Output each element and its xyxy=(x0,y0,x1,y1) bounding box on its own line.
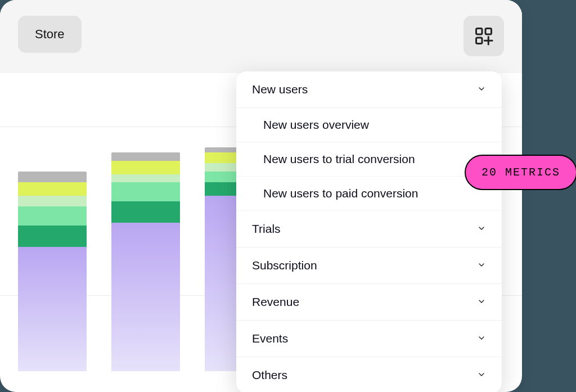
badge-text: 20 METRICS xyxy=(482,166,560,179)
chart-bar xyxy=(18,172,87,371)
chevron-down-icon xyxy=(477,222,486,236)
bar-segment xyxy=(18,182,87,196)
dropdown-section-label: Revenue xyxy=(252,295,299,309)
dropdown-section-label: Trials xyxy=(252,222,281,236)
svg-rect-1 xyxy=(485,29,492,35)
bar-segment xyxy=(111,201,180,223)
dropdown-section-label: New users xyxy=(252,83,308,96)
dropdown-section[interactable]: New users xyxy=(236,71,502,108)
chevron-down-icon xyxy=(477,83,486,96)
bar-segment xyxy=(111,182,180,201)
chart-bar xyxy=(111,152,180,371)
dropdown-section-label: Events xyxy=(252,332,288,345)
dropdown-section[interactable]: Events xyxy=(236,321,502,357)
dropdown-item[interactable]: New users overview xyxy=(236,108,502,142)
bar-segment xyxy=(111,223,180,371)
dropdown-section[interactable]: Revenue xyxy=(236,284,502,321)
dropdown-item-label: New users overview xyxy=(263,118,369,131)
card-header: Store xyxy=(0,0,522,73)
dropdown-item[interactable]: New users to trial conversion xyxy=(236,142,502,177)
dropdown-item[interactable]: New users to paid conversion xyxy=(236,177,502,211)
dropdown-section[interactable]: Subscription xyxy=(236,247,502,284)
chevron-down-icon xyxy=(477,259,486,272)
bar-segment xyxy=(18,247,87,371)
bar-segment xyxy=(111,152,180,160)
metrics-count-badge: 20 METRICS xyxy=(465,155,576,190)
bar-segment xyxy=(111,174,180,182)
store-button[interactable]: Store xyxy=(18,16,82,53)
dropdown-section-label: Others xyxy=(252,368,287,382)
bar-segment xyxy=(18,172,87,182)
bar-group xyxy=(18,101,273,371)
bar-segment xyxy=(18,206,87,226)
store-button-label: Store xyxy=(35,27,65,41)
dropdown-section-label: Subscription xyxy=(252,259,317,272)
add-widget-button[interactable] xyxy=(464,16,504,56)
dropdown-section[interactable]: Trials xyxy=(236,211,502,247)
bar-segment xyxy=(111,161,180,174)
chevron-down-icon xyxy=(477,368,486,382)
bar-segment xyxy=(18,196,87,206)
dropdown-item-label: New users to trial conversion xyxy=(263,152,415,165)
metrics-dropdown: New usersNew users overviewNew users to … xyxy=(236,71,502,392)
chevron-down-icon xyxy=(477,332,486,345)
svg-rect-0 xyxy=(476,29,483,35)
grid-plus-icon xyxy=(474,26,494,46)
dropdown-section[interactable]: Others xyxy=(236,357,502,392)
chevron-down-icon xyxy=(477,295,486,309)
svg-rect-2 xyxy=(476,38,483,44)
dropdown-item-label: New users to paid conversion xyxy=(263,187,418,200)
bar-segment xyxy=(18,226,87,247)
